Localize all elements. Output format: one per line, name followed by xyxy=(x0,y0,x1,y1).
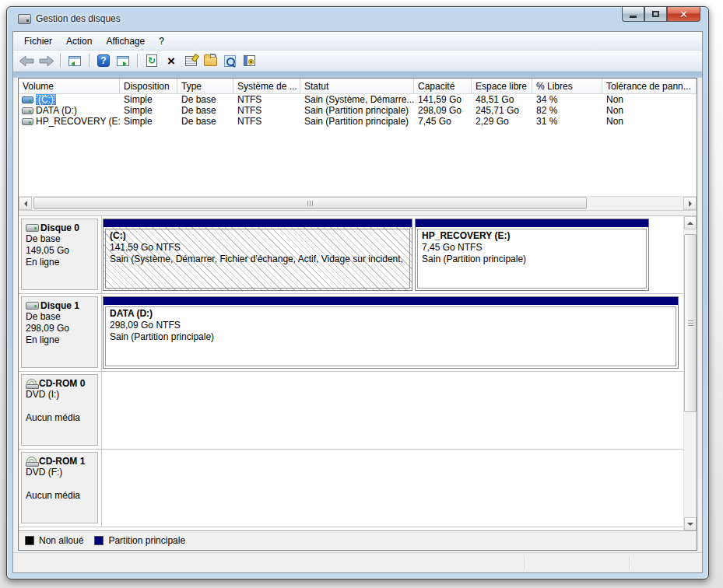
disk-header-column: Disque 1De base298,09 GoEn ligne xyxy=(19,294,102,371)
cdrom-icon xyxy=(26,457,37,467)
help-icon[interactable]: ? xyxy=(95,52,112,69)
maximize-button[interactable] xyxy=(644,7,667,22)
delete-icon[interactable]: × xyxy=(163,52,180,69)
partition-size: 7,45 Go NTFS xyxy=(422,242,642,254)
disk-row: Disque 1De base298,09 GoEn ligneDATA (D:… xyxy=(19,294,683,372)
forward-icon[interactable] xyxy=(37,52,54,69)
table-cell: Simple xyxy=(120,94,177,105)
disk-row: CD-ROM 0DVD (I:) Aucun média xyxy=(19,372,683,450)
scroll-left-icon xyxy=(24,201,27,207)
partition-box[interactable]: HP_RECOVERY (E:)7,45 Go NTFSSain (Partit… xyxy=(415,219,649,291)
horizontal-scrollbar[interactable] xyxy=(19,196,697,210)
refresh-icon[interactable]: ↻ xyxy=(143,52,160,69)
table-cell: 7,45 Go xyxy=(414,116,472,127)
disk-name-label: CD-ROM 0 xyxy=(39,378,85,389)
table-cell: Non xyxy=(602,94,697,105)
menu-action[interactable]: Action xyxy=(60,33,98,49)
volume-label: HP_RECOVERY (E:) xyxy=(36,116,120,127)
column-header[interactable]: Tolérance de pann... xyxy=(602,79,697,93)
volume-cell: (C:) xyxy=(19,94,120,105)
volume-label: (C:) xyxy=(36,94,56,105)
table-cell: Sain (Partition principale) xyxy=(300,116,414,127)
partition-color-bar xyxy=(104,297,678,305)
menu-aide[interactable]: ? xyxy=(153,33,170,49)
partition-box[interactable]: DATA (D:)298,09 Go NTFSSain (Partition p… xyxy=(103,296,679,369)
column-header[interactable]: Volume xyxy=(19,79,120,93)
maximize-icon xyxy=(652,11,659,17)
disk-header-cell[interactable]: Disque 0De base149,05 GoEn ligne xyxy=(21,219,98,290)
table-row[interactable]: HP_RECOVERY (E:)SimpleDe baseNTFSSain (P… xyxy=(19,116,697,127)
vertical-scroll-thumb[interactable] xyxy=(684,234,697,412)
partition-status: Sain (Partition principale) xyxy=(422,254,642,265)
disk-info-line: 149,05 Go xyxy=(26,245,96,257)
disk-header-cell[interactable]: CD-ROM 1DVD (F:) Aucun média xyxy=(21,452,98,523)
disk-name-label: Disque 1 xyxy=(40,300,79,311)
properties-icon[interactable] xyxy=(182,52,199,69)
find-icon[interactable] xyxy=(221,52,238,69)
scroll-down-icon xyxy=(687,523,693,526)
menu-affichage[interactable]: Affichage xyxy=(100,33,151,49)
legend-swatch xyxy=(25,536,34,545)
disk-info-line: En ligne xyxy=(26,257,96,268)
cdrom-icon xyxy=(26,379,37,389)
column-header[interactable]: Type xyxy=(177,79,233,93)
scroll-right-icon xyxy=(689,201,692,207)
minimize-button[interactable] xyxy=(622,7,644,22)
column-header[interactable]: Capacité xyxy=(414,79,472,93)
show-console-tree-icon[interactable] xyxy=(66,52,83,69)
table-row[interactable]: (C:)SimpleDe baseNTFSSain (Système, Déma… xyxy=(19,94,697,105)
partition-size: 298,09 Go NTFS xyxy=(110,320,672,331)
back-icon[interactable] xyxy=(18,52,35,69)
partition-label: HP_RECOVERY (E:) xyxy=(422,230,642,242)
disk-header-cell[interactable]: Disque 1De base298,09 GoEn ligne xyxy=(21,296,98,368)
status-separator xyxy=(525,555,525,570)
volume-label: DATA (D:) xyxy=(36,105,77,116)
scroll-left-button[interactable] xyxy=(19,197,32,210)
app-icon xyxy=(18,14,31,24)
vertical-scroll-track[interactable] xyxy=(684,229,697,517)
table-cell: 2,29 Go xyxy=(472,116,532,127)
disk-info-line: De base xyxy=(26,233,96,245)
disk-info-line xyxy=(26,478,96,490)
scroll-right-button[interactable] xyxy=(683,197,697,210)
horizontal-scroll-track[interactable] xyxy=(32,197,683,210)
table-cell: Non xyxy=(602,105,697,116)
table-row[interactable]: DATA (D:)SimpleDe baseNTFSSain (Partitio… xyxy=(19,105,697,116)
show-action-pane-icon[interactable] xyxy=(114,52,132,69)
panel-splitter[interactable] xyxy=(19,210,697,216)
close-button[interactable]: ✕ xyxy=(667,7,700,22)
legend-item: Partition principale xyxy=(94,535,185,546)
close-icon: ✕ xyxy=(679,9,688,19)
disk-info-line: En ligne xyxy=(26,334,96,346)
column-header[interactable]: % Libres xyxy=(532,79,602,93)
client-area: FichierActionAffichage? ?↻× VolumeDispos… xyxy=(12,31,703,573)
partition-body: (C:)141,59 Go NTFSSain (Système, Démarre… xyxy=(105,229,410,289)
toolbar-separator xyxy=(137,54,138,68)
partition-color-bar xyxy=(416,219,648,227)
disk-name-label: CD-ROM 1 xyxy=(39,456,85,467)
volume-cell: HP_RECOVERY (E:) xyxy=(19,116,120,127)
partition-box[interactable]: (C:)141,59 Go NTFSSain (Système, Démarre… xyxy=(103,219,412,291)
disk-header-cell[interactable]: CD-ROM 0DVD (I:) Aucun média xyxy=(21,374,98,446)
menu-fichier[interactable]: Fichier xyxy=(18,33,58,49)
volume-icon xyxy=(22,118,33,125)
disk-name: Disque 0 xyxy=(26,222,96,233)
open-folder-icon[interactable] xyxy=(202,52,219,69)
manage-icon[interactable] xyxy=(240,52,258,69)
column-header[interactable]: Disposition xyxy=(120,79,177,93)
table-cell: 82 % xyxy=(532,105,602,116)
column-header[interactable]: Statut xyxy=(300,79,414,93)
table-cell: NTFS xyxy=(233,116,300,127)
scroll-down-button[interactable] xyxy=(684,517,697,530)
volume-list-header: VolumeDispositionTypeSystème de ...Statu… xyxy=(19,79,697,94)
horizontal-scroll-thumb[interactable] xyxy=(33,197,587,209)
table-cell: 48,51 Go xyxy=(472,94,532,105)
scroll-up-button[interactable] xyxy=(684,216,697,229)
partition-label: DATA (D:) xyxy=(110,308,672,320)
column-header[interactable]: Espace libre xyxy=(472,79,532,93)
disk-info-line: DVD (F:) xyxy=(26,467,96,478)
disk-name-label: Disque 0 xyxy=(40,222,79,233)
vertical-scrollbar[interactable] xyxy=(683,216,697,530)
column-header[interactable]: Système de ... xyxy=(233,79,300,93)
partition-area: DATA (D:)298,09 Go NTFSSain (Partition p… xyxy=(102,294,683,371)
